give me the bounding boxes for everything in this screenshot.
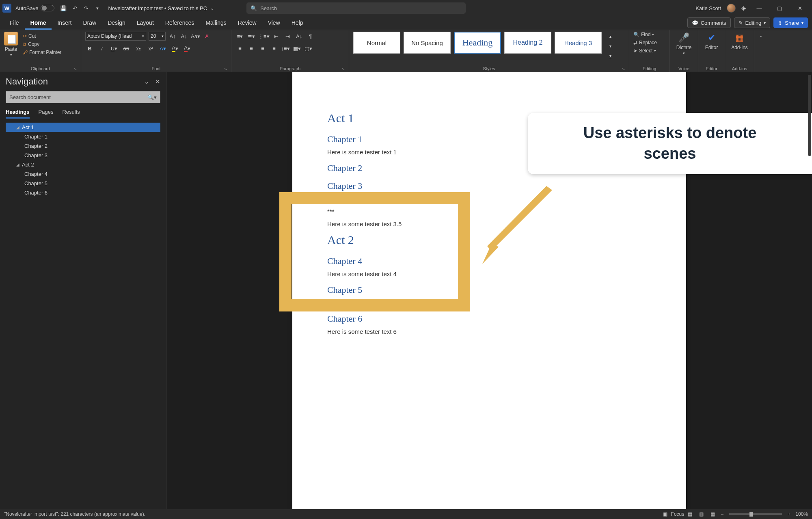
doc-paragraph[interactable]: Here is some tester text 4 xyxy=(327,270,651,277)
dialog-launcher-icon[interactable]: ↘ xyxy=(341,67,345,71)
borders-icon[interactable]: ▢▾ xyxy=(304,44,313,53)
quick-access-dropdown-icon[interactable]: ▾ xyxy=(92,2,103,14)
print-layout-icon[interactable]: ▥ xyxy=(695,510,707,518)
align-center-icon[interactable]: ≡ xyxy=(247,44,256,53)
focus-label[interactable]: Focus xyxy=(671,511,685,517)
style-no-spacing[interactable]: No Spacing xyxy=(404,32,451,54)
nav-heading[interactable]: Chapter 5 xyxy=(6,179,160,188)
bullets-icon[interactable]: ≡▾ xyxy=(235,32,244,41)
styles-expand-icon[interactable]: ▾̲ xyxy=(606,51,615,60)
user-name[interactable]: Katie Scott xyxy=(695,5,721,11)
format-painter-button[interactable]: 🖌Format Painter xyxy=(23,50,61,55)
undo-icon[interactable]: ↶ xyxy=(69,2,80,14)
tab-draw[interactable]: Draw xyxy=(77,17,102,30)
nav-heading[interactable]: Chapter 6 xyxy=(6,188,160,197)
shading-icon[interactable]: ▦▾ xyxy=(292,44,301,53)
search-bar[interactable]: 🔍 Search xyxy=(246,2,466,14)
multilevel-list-icon[interactable]: ⋮≡▾ xyxy=(258,32,270,41)
nav-heading[interactable]: ◢Act 2 xyxy=(6,160,160,169)
focus-mode-button[interactable]: ▣ xyxy=(660,510,671,518)
doc-paragraph[interactable]: Here is some tester text 5 xyxy=(327,299,651,306)
font-size-combo[interactable]: 20▾ xyxy=(149,32,166,41)
share-button[interactable]: ⇪ Share ▾ xyxy=(773,17,808,28)
addins-button[interactable]: ▦ Add-ins xyxy=(729,32,750,50)
change-case-icon[interactable]: Aa▾ xyxy=(191,32,200,41)
tab-references[interactable]: References xyxy=(160,17,200,30)
doc-heading-2[interactable]: Chapter 6 xyxy=(327,314,651,324)
read-mode-icon[interactable]: ▤ xyxy=(684,510,695,518)
styles-scroll-down-icon[interactable]: ▾ xyxy=(606,41,615,50)
tab-design[interactable]: Design xyxy=(102,17,131,30)
editor-button[interactable]: ✔︎ Editor xyxy=(702,32,721,50)
tab-layout[interactable]: Layout xyxy=(131,17,160,30)
save-icon[interactable]: 💾 xyxy=(58,2,69,14)
editing-mode-button[interactable]: ✎ Editing ▾ xyxy=(734,17,771,28)
doc-heading-2[interactable]: Chapter 3 xyxy=(327,181,651,191)
nav-tab-headings[interactable]: Headings xyxy=(6,109,30,119)
italic-button[interactable]: I xyxy=(97,44,106,53)
doc-heading-2[interactable]: Chapter 5 xyxy=(327,285,651,295)
autosave-toggle[interactable] xyxy=(41,5,54,11)
align-left-icon[interactable]: ≡ xyxy=(235,44,244,53)
justify-icon[interactable]: ≡ xyxy=(270,44,279,53)
numbering-icon[interactable]: ≣▾ xyxy=(247,32,256,41)
clear-formatting-icon[interactable]: A̸ xyxy=(203,32,212,41)
shrink-font-icon[interactable]: A↓ xyxy=(179,32,188,41)
style-normal[interactable]: Normal xyxy=(353,32,400,54)
font-color-icon[interactable]: A▾ xyxy=(183,44,192,53)
collapse-ribbon-icon[interactable]: ⌄ xyxy=(754,30,767,72)
tab-file[interactable]: File xyxy=(4,17,25,30)
replace-button[interactable]: ⇄Replace xyxy=(633,40,657,45)
doc-heading-1[interactable]: Act 2 xyxy=(327,233,651,247)
comments-button[interactable]: 💬 Comments xyxy=(687,17,731,28)
tree-caret-icon[interactable]: ◢ xyxy=(16,162,20,167)
font-name-combo[interactable]: Aptos Display (Head▾ xyxy=(85,32,146,41)
sort-icon[interactable]: A↓ xyxy=(295,32,304,41)
cut-button[interactable]: ✂Cut xyxy=(23,33,36,39)
tab-mailings[interactable]: Mailings xyxy=(200,17,232,30)
nav-heading[interactable]: ◢Act 1 xyxy=(6,123,160,132)
styles-scroll-up-icon[interactable]: ▴ xyxy=(606,32,615,41)
strikethrough-button[interactable]: ab xyxy=(122,44,131,53)
close-pane-icon[interactable]: ✕ xyxy=(155,78,160,85)
underline-button[interactable]: U▾ xyxy=(110,44,119,53)
subscript-button[interactable]: x₂ xyxy=(134,44,143,53)
tab-review[interactable]: Review xyxy=(232,17,262,30)
highlight-color-icon[interactable]: A▾ xyxy=(171,44,179,53)
zoom-out-icon[interactable]: − xyxy=(718,511,726,517)
dialog-launcher-icon[interactable]: ↘ xyxy=(224,67,227,71)
document-title[interactable]: Novelcrafter import test xyxy=(108,5,162,11)
doc-heading-2[interactable]: Chapter 4 xyxy=(327,256,651,266)
nav-tab-pages[interactable]: Pages xyxy=(39,109,54,119)
redo-icon[interactable]: ↷ xyxy=(80,2,92,14)
zoom-in-icon[interactable]: + xyxy=(785,511,793,517)
vertical-scrollbar[interactable] xyxy=(808,75,811,156)
nav-heading[interactable]: Chapter 3 xyxy=(6,151,160,160)
doc-paragraph[interactable]: *** xyxy=(327,208,651,215)
show-marks-icon[interactable]: ¶ xyxy=(306,32,315,41)
status-text[interactable]: "Novelcrafter import test": 221 characte… xyxy=(4,511,145,517)
dictate-button[interactable]: 🎤 Dictate ▾ xyxy=(674,32,694,55)
nav-tab-results[interactable]: Results xyxy=(62,109,80,119)
chevron-down-icon[interactable]: ⌄ xyxy=(144,78,149,85)
grow-font-icon[interactable]: A↑ xyxy=(168,32,177,41)
word-app-icon[interactable]: W xyxy=(2,4,11,13)
doc-paragraph[interactable]: Here is some tester text 6 xyxy=(327,328,651,335)
title-chevron-down-icon[interactable]: ⌄ xyxy=(210,6,214,11)
nav-heading[interactable]: Chapter 4 xyxy=(6,169,160,179)
style-heading[interactable]: Heading xyxy=(454,32,501,54)
diamond-icon[interactable]: ◈ xyxy=(741,4,746,12)
maximize-icon[interactable]: ▢ xyxy=(772,2,787,14)
copy-button[interactable]: ⧉Copy xyxy=(23,41,39,47)
line-spacing-icon[interactable]: ↕≡▾ xyxy=(281,44,290,53)
nav-search-input[interactable]: Search document 🔍▾ xyxy=(6,91,160,103)
align-right-icon[interactable]: ≡ xyxy=(258,44,267,53)
zoom-slider[interactable] xyxy=(729,513,782,515)
zoom-level[interactable]: 100% xyxy=(795,511,808,517)
style-heading-3[interactable]: Heading 3 xyxy=(555,32,602,54)
paste-button[interactable]: Paste ▾ xyxy=(4,32,20,57)
superscript-button[interactable]: x² xyxy=(146,44,155,53)
tab-insert[interactable]: Insert xyxy=(52,17,77,30)
increase-indent-icon[interactable]: ⇥ xyxy=(283,32,292,41)
tab-home[interactable]: Home xyxy=(25,17,52,30)
